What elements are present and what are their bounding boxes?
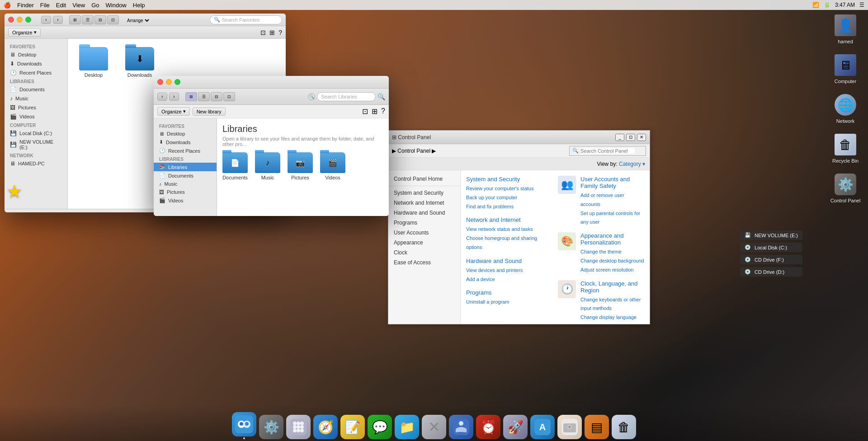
drive-item-cd-f[interactable]: 💿 CD Drive (F:) [740,255,802,264]
cp-link-language[interactable]: Change display language [580,313,644,322]
lib-sidebar-libraries[interactable]: 📚Libraries [154,163,217,171]
dock-item-stickies[interactable]: 📝 [340,415,365,439]
lib-sidebar-music[interactable]: ♪Music [154,180,217,188]
lib-search-icon[interactable]: 🔍 [308,93,315,100]
lib-forward-button[interactable]: › [169,93,179,101]
window-action-2[interactable]: ⊞ [269,29,275,36]
lib-sidebar-downloads[interactable]: ⬇Downloads [154,138,217,146]
file-item-downloads[interactable]: ⬇ Downloads [119,44,160,80]
cp-nav-users[interactable]: User Accounts [388,228,460,238]
dock-item-x[interactable]: ✕ [422,415,446,439]
lib-sidebar-desktop[interactable]: 🖥Desktop [154,130,217,138]
icon-view-btn[interactable]: ⊞ [69,15,81,24]
dock-item-finder[interactable] [232,412,256,439]
lib-action-1[interactable]: ⊡ [362,107,368,116]
cp-system-title[interactable]: System and Security [466,176,552,183]
lib-sidebar-documents[interactable]: 📄Documents [154,171,217,180]
lib-folder-music[interactable]: ♪ Music [255,152,280,180]
close-button[interactable] [8,17,14,23]
cp-search-box[interactable]: 🔍 [569,146,646,156]
desktop-icon-control-panel[interactable]: ⚙️ Control Panel [827,173,863,203]
back-button[interactable]: ‹ [41,16,51,24]
lib-sidebar-videos[interactable]: 🎬Videos [154,196,217,205]
column-view-btn[interactable]: ⊟ [94,15,106,24]
cp-restore-btn[interactable]: ⊡ [626,134,635,141]
drive-item-local-disk[interactable]: 💿 Local Disk (C:) [740,243,802,252]
cp-link-background[interactable]: Change desktop background [580,257,644,266]
lib-column-view-btn[interactable]: ⊟ [211,92,222,101]
cp-link-fix[interactable]: Find and fix problems [466,202,552,211]
cp-link-theme[interactable]: Change the theme [580,248,644,257]
cp-nav-ease[interactable]: Ease of Access [388,258,460,267]
sidebar-item-recent[interactable]: 🕐 Recent Places [5,68,67,77]
cp-hardware-title[interactable]: Hardware and Sound [466,258,552,264]
cp-nav-appearance[interactable]: Appearance [388,238,460,248]
libraries-maximize-button[interactable] [175,79,180,85]
sidebar-item-hamed-pc[interactable]: 🖥 HAMED-PC [5,159,67,168]
cp-link-add-device[interactable]: Add a device [466,275,552,284]
lib-action-2[interactable]: ⊞ [372,107,377,116]
dock-item-stack[interactable]: ▤ [585,415,609,439]
lib-list-view-btn[interactable]: ☰ [198,92,210,101]
libraries-minimize-button[interactable] [166,79,172,85]
menu-help[interactable]: Help [133,2,145,9]
organize-button[interactable]: Organize ▾ [8,28,41,37]
maximize-button[interactable] [25,17,31,23]
cp-close-btn[interactable]: ✕ [637,134,646,141]
menu-extra[interactable]: ☰ [859,2,864,8]
arrange-btn[interactable]: Arrange [125,16,151,24]
cp-programs-title[interactable]: Programs [466,289,552,296]
cp-nav-network[interactable]: Network and Internet [388,198,460,208]
lib-sidebar-pictures[interactable]: 🖼Pictures [154,188,217,196]
libraries-close-button[interactable] [157,79,163,85]
sidebar-item-downloads[interactable]: ⬇ Downloads [5,59,67,68]
dock-item-appstore[interactable]: A [530,415,555,439]
window-action-1[interactable]: ⊡ [260,29,266,36]
cp-users-title[interactable]: User Accounts and Family Safety [580,176,644,189]
lib-back-button[interactable]: ‹ [157,93,167,101]
cp-link-uninstall[interactable]: Uninstall a program [466,298,552,307]
drive-item-cd-d[interactable]: 💿 CD Drive (D:) [740,267,802,277]
dock-item-timemachine[interactable]: ⏰ [476,415,500,439]
cp-link-keyboard[interactable]: Change keyboards or other input methods [580,296,644,314]
cp-category-dropdown[interactable]: Category ▾ [619,161,645,167]
dock-item-rocket[interactable]: 🚀 [503,415,528,439]
sidebar-item-lib-music[interactable]: ♪ Music [5,94,67,103]
window-help[interactable]: ? [278,29,282,36]
cp-nav-system[interactable]: System and Security [388,188,460,198]
desktop-icon-hamed[interactable]: 👤 hamed [827,14,863,44]
file-item-desktop[interactable]: Desktop [73,44,114,80]
apple-menu[interactable]: 🍎 [4,2,11,9]
cp-link-backup[interactable]: Back up your computer [466,193,552,202]
menu-file[interactable]: File [40,2,50,9]
lib-search-submit[interactable]: 🔍 [377,93,385,100]
dock-item-files[interactable]: 📁 [395,415,419,439]
menu-finder[interactable]: Finder [17,2,34,9]
cp-link-resolution[interactable]: Adjust screen resolution [580,266,644,275]
list-view-btn[interactable]: ☰ [82,15,94,24]
menu-view[interactable]: View [72,2,85,9]
sidebar-item-lib-videos[interactable]: 🎬 Videos [5,112,67,121]
cp-link-parental[interactable]: Set up parental controls for any user [580,209,644,227]
cp-nav-clock[interactable]: Clock [388,248,460,258]
cp-link-homegroup[interactable]: Choose homegroup and sharing options [466,234,552,252]
cover-view-btn[interactable]: ⊡ [107,15,119,24]
lib-help[interactable]: ? [381,107,385,116]
dock-item-messages[interactable]: 💬 [368,415,392,439]
menu-window[interactable]: Window [106,2,127,9]
dock-item-photos[interactable] [557,415,582,439]
cp-link-network-status[interactable]: View network status and tasks [466,225,552,234]
cp-minimize-btn[interactable]: _ [615,134,624,141]
sidebar-item-new-volume[interactable]: 💾 NEW VOLUME (E:) [5,138,67,151]
cp-link-devices[interactable]: View devices and printers [466,266,552,275]
sidebar-item-desktop[interactable]: 🖥 Desktop [5,50,67,59]
sidebar-item-lib-documents[interactable]: 📄 Documents [5,85,67,94]
sidebar-item-local-disk[interactable]: 💾 Local Disk (C:) [5,129,67,138]
desktop-icon-network[interactable]: 🌐 Network [827,93,863,124]
cp-nav-programs[interactable]: Programs [388,218,460,228]
dock-item-launchpad2[interactable] [449,415,473,439]
dock-item-trash[interactable]: 🗑 [612,415,636,439]
menu-go[interactable]: Go [91,2,99,9]
lib-folder-pictures[interactable]: 📷 Pictures [288,152,313,180]
cp-search-input[interactable] [580,148,635,154]
